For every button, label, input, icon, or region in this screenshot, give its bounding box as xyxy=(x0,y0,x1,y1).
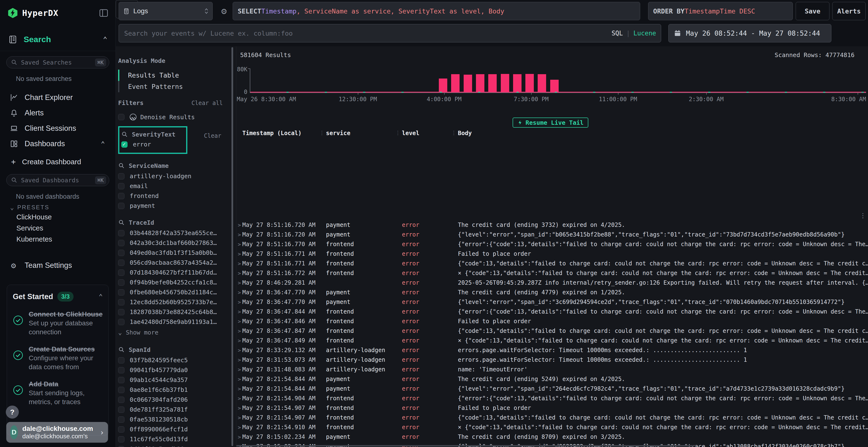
service-filter-item[interactable]: email xyxy=(118,181,231,191)
traceid-filter-item[interactable]: 12ec8dd52b60b9525733b7e… xyxy=(118,297,231,307)
traceid-filter-item[interactable]: 0fbe680eb456750b2d1184c… xyxy=(118,287,231,297)
filter-checkbox[interactable] xyxy=(118,436,124,442)
get-started-item[interactable]: Connect to ClickHouse Set up your databa… xyxy=(13,310,103,337)
filter-checkbox[interactable] xyxy=(118,203,124,209)
filter-checkbox[interactable] xyxy=(118,299,124,305)
get-started-item[interactable]: Create Data Sources Configure where your… xyxy=(13,345,103,371)
table-row[interactable]: > May 27 8:21:54.907 AM frontend error F… xyxy=(236,403,868,413)
sidebar-collapse-icon[interactable] xyxy=(99,8,109,18)
lucene-mode-toggle[interactable]: Lucene xyxy=(633,30,656,37)
expand-chevron-icon[interactable]: > xyxy=(236,434,242,440)
horizontal-scrollbar[interactable] xyxy=(236,445,694,447)
filter-checkbox[interactable] xyxy=(118,309,124,315)
table-row[interactable]: > May 27 8:51:16.770 AM frontend error {… xyxy=(236,239,868,249)
expand-chevron-icon[interactable]: > xyxy=(236,318,242,324)
chevron-up-icon[interactable]: ⌃ xyxy=(99,293,103,301)
spanid-filter-item[interactable]: 03f7b824595feec5 xyxy=(118,355,231,365)
query-settings-gear-icon[interactable]: ⚙ xyxy=(217,2,231,20)
table-options-kebab-icon[interactable]: ⋮ xyxy=(860,212,866,219)
nav-alerts[interactable]: Alerts xyxy=(6,105,109,121)
traceid-filter-item[interactable]: 18287038b73e882425c64b8… xyxy=(118,307,231,317)
traceid-filter-item[interactable]: 07d184304627bf2f11b67dd… xyxy=(118,268,231,277)
filter-panel-scrollbar[interactable] xyxy=(231,47,233,446)
expand-chevron-icon[interactable]: > xyxy=(236,328,242,334)
spanid-filter-item[interactable]: 0ff8990066efcf1d xyxy=(118,424,231,434)
search-icon[interactable] xyxy=(118,162,125,169)
expand-chevron-icon[interactable]: > xyxy=(236,415,242,421)
col-level[interactable]: ⋮level xyxy=(395,130,451,137)
table-row[interactable]: > May 27 8:51:16.720 AM payment error Th… xyxy=(236,220,868,230)
chevron-up-icon[interactable]: ⌃ xyxy=(101,140,107,148)
table-row[interactable]: > May 27 8:46:29.281 AM error 2025-05-26… xyxy=(236,278,868,287)
traceid-filter-item[interactable]: 042a30c3dc1baf660b27863… xyxy=(118,238,231,248)
expand-chevron-icon[interactable]: > xyxy=(236,251,242,257)
filter-checkbox[interactable] xyxy=(118,407,124,413)
filter-checkbox[interactable] xyxy=(118,387,124,393)
user-menu[interactable]: D dale@clickhouse.com dale@clickhouse.co… xyxy=(6,422,108,443)
table-row[interactable]: > May 27 8:33:29.132 AM artillery-loadge… xyxy=(236,345,868,355)
expand-chevron-icon[interactable]: > xyxy=(236,261,242,267)
filter-checkbox[interactable] xyxy=(118,270,124,276)
table-row[interactable]: > May 27 8:51:16.720 AM payment error {"… xyxy=(236,230,868,239)
expand-chevron-icon[interactable]: > xyxy=(236,347,242,353)
table-row[interactable]: > May 27 8:36:47.847 AM frontend error {… xyxy=(236,326,868,336)
preset-link[interactable]: ClickHouse xyxy=(6,211,109,222)
filter-checkbox[interactable] xyxy=(118,426,124,433)
expand-chevron-icon[interactable]: > xyxy=(236,367,242,373)
expand-chevron-icon[interactable]: > xyxy=(236,270,242,276)
filter-checkbox[interactable] xyxy=(118,173,124,179)
expand-chevron-icon[interactable]: > xyxy=(236,222,242,228)
spanid-filter-item[interactable]: 1d94f08c5acdb28e xyxy=(118,444,231,447)
search-icon[interactable] xyxy=(121,131,128,138)
table-row[interactable]: > May 27 8:36:47.844 AM frontend error {… xyxy=(236,307,868,316)
table-row[interactable]: > May 27 8:51:16.771 AM frontend error F… xyxy=(236,249,868,259)
table-row[interactable]: > May 27 8:21:54.844 AM payment error Th… xyxy=(236,374,868,384)
nav-client-sessions[interactable]: Client Sessions xyxy=(6,121,109,136)
spanid-filter-item[interactable]: 09041fb457779da0 xyxy=(118,365,231,375)
filter-checkbox[interactable] xyxy=(118,260,124,266)
filter-checkbox[interactable] xyxy=(118,357,124,364)
filter-checkbox[interactable] xyxy=(118,279,124,286)
filter-checkbox[interactable] xyxy=(118,446,124,447)
table-row[interactable]: > May 27 8:21:54.904 AM frontend error {… xyxy=(236,393,868,403)
search-icon[interactable] xyxy=(118,346,125,353)
spanid-filter-item[interactable]: 09ab1c4544c9a357 xyxy=(118,375,231,385)
filter-checkbox[interactable] xyxy=(118,377,124,383)
preset-link[interactable]: Services xyxy=(6,222,109,234)
expand-chevron-icon[interactable]: > xyxy=(236,232,242,238)
expand-chevron-icon[interactable]: > xyxy=(236,241,242,247)
column-resize-handle-icon[interactable]: ⋮ xyxy=(395,130,402,137)
expand-chevron-icon[interactable]: > xyxy=(236,405,242,411)
table-row[interactable]: > May 27 8:15:02.234 AM payment error Th… xyxy=(236,432,868,442)
service-filter-item[interactable]: frontend xyxy=(118,191,231,201)
alerts-button[interactable]: Alerts xyxy=(832,2,866,20)
expand-chevron-icon[interactable]: > xyxy=(236,424,242,431)
col-service[interactable]: ⋮service xyxy=(319,130,395,137)
col-body[interactable]: ⋮Body xyxy=(451,130,868,137)
table-row[interactable]: > May 27 8:51:16.772 AM frontend error ×… xyxy=(236,268,868,278)
spanid-filter-item[interactable]: 0de781ff325a781f xyxy=(118,405,231,414)
traceid-filter-item[interactable]: 1ae42480d758e9ab91193a1… xyxy=(118,317,231,327)
expand-chevron-icon[interactable]: > xyxy=(236,386,242,392)
spanid-filter-item[interactable]: 0fae5381230518cb xyxy=(118,414,231,424)
table-row[interactable]: > May 27 8:31:53.073 AM artillery-loadge… xyxy=(236,355,868,365)
table-row[interactable]: > May 27 8:36:47.770 AM payment error {"… xyxy=(236,297,868,307)
filter-checkbox[interactable] xyxy=(118,240,124,246)
expand-chevron-icon[interactable]: > xyxy=(236,289,242,296)
table-row[interactable]: > May 27 8:36:47.770 AM payment error Th… xyxy=(236,287,868,297)
event-search-bar[interactable]: SQL | Lucene xyxy=(119,24,661,42)
expand-chevron-icon[interactable]: > xyxy=(236,309,242,315)
saved-searches-field[interactable] xyxy=(21,59,95,66)
help-button[interactable]: ? xyxy=(6,406,19,419)
chevron-up-icon[interactable]: ⌃ xyxy=(103,35,107,44)
traceid-filter-item[interactable]: 049ed0ac3fdb1f3f15a0b0b… xyxy=(118,248,231,258)
col-timestamp[interactable]: Timestamp (Local) xyxy=(242,130,319,137)
create-dashboard-button[interactable]: + Create Dashboard xyxy=(6,153,109,171)
saved-dashboards-input[interactable]: ⌘K xyxy=(6,174,109,186)
filter-checkbox[interactable] xyxy=(118,289,124,296)
table-row[interactable]: > May 27 8:31:48.083 AM artillery-loadge… xyxy=(236,365,868,374)
column-resize-handle-icon[interactable]: ⋮ xyxy=(319,130,326,137)
event-search-field[interactable] xyxy=(124,29,612,37)
service-filter-item[interactable]: artillery-loadgen xyxy=(118,171,231,181)
filter-checkbox[interactable] xyxy=(118,367,124,373)
